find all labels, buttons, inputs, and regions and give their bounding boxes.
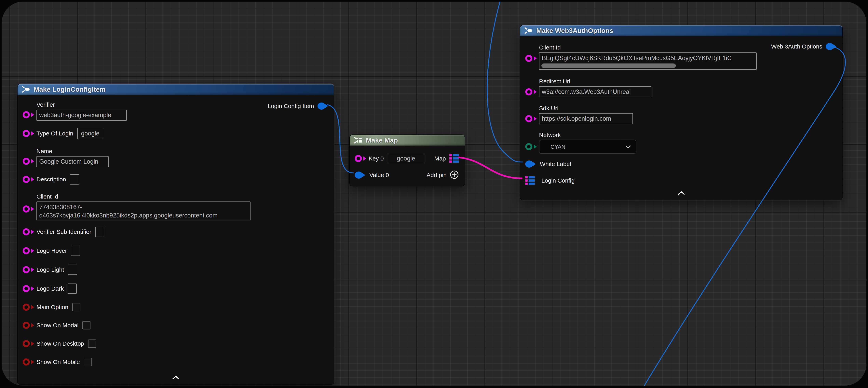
pin-label: Logo Hover [36, 247, 67, 254]
string-pin[interactable] [525, 115, 532, 122]
string-pin[interactable] [525, 55, 532, 62]
redirect-url-field[interactable]: w3a://com.w3a.Web3AuthUnreal [539, 86, 651, 97]
client-id-field[interactable]: 774338308167-q463s7kpvja16l4l0kko3nb925i… [36, 202, 250, 220]
pin-row-description: Description [23, 174, 79, 184]
make-struct-icon [22, 86, 31, 93]
node-make-map[interactable]: Make Map Key 0 google Map Value 0 Add pi… [349, 135, 465, 186]
node-make-loginconfigitem[interactable]: Make LoginConfigItem Login Config Item V… [17, 84, 335, 385]
name-field[interactable]: Google Custom Login [36, 156, 108, 167]
type-of-login-field[interactable]: google [77, 128, 103, 139]
object-pin[interactable] [525, 160, 533, 168]
show-on-mobile-checkbox[interactable] [84, 358, 92, 366]
string-pin[interactable] [23, 205, 30, 212]
bool-pin[interactable] [23, 358, 30, 365]
object-pin[interactable] [355, 172, 363, 179]
map-pin[interactable] [450, 154, 459, 163]
show-on-desktop-checkbox[interactable] [88, 339, 96, 348]
output-pin-label: Login Config Item [268, 103, 314, 110]
add-pin-button[interactable]: Add pin [427, 170, 459, 180]
pin-row-network: Network CYAN [525, 132, 637, 154]
string-pin[interactable] [23, 247, 30, 254]
node-header[interactable]: Make Map [350, 135, 465, 146]
node-title: Make LoginConfigItem [34, 86, 106, 93]
enum-pin[interactable] [525, 143, 532, 150]
pin-label: Verifier [36, 101, 127, 108]
pin-row-value0: Value 0 [355, 170, 389, 180]
output-pin-struct[interactable] [826, 43, 834, 50]
pin-row-key0: Key 0 google [355, 153, 424, 164]
bool-pin[interactable] [23, 304, 30, 311]
collapse-node-button[interactable] [173, 376, 179, 379]
pin-row-name: Name Google Custom Login [23, 148, 108, 167]
wire-map-to-login-config[interactable] [458, 157, 523, 178]
string-pin[interactable] [23, 130, 30, 137]
node-title: Make Map [366, 137, 398, 144]
verifier-sub-identifier-field[interactable] [95, 227, 104, 237]
node-make-web3authoptions[interactable]: Make Web3AuthOptions Web 3Auth Options C… [520, 25, 843, 200]
pin-label: Name [36, 148, 108, 155]
bool-pin[interactable] [23, 340, 30, 347]
pin-label: Value 0 [369, 172, 389, 178]
network-dropdown-value: CYAN [551, 144, 565, 150]
pin-label: Show On Desktop [36, 340, 84, 347]
pin-row-show-on-desktop: Show On Desktop [23, 339, 96, 348]
logo-dark-field[interactable] [68, 283, 77, 294]
add-pin-icon [450, 170, 459, 180]
key0-field[interactable]: google [388, 153, 424, 164]
client-id-field[interactable]: BEglQSgt4cUWcj6SKRdu5QkOXTsePmMcusG5EAoy… [539, 53, 757, 70]
make-struct-icon [524, 27, 533, 34]
logo-light-field[interactable] [68, 265, 77, 275]
network-dropdown[interactable]: CYAN [539, 140, 637, 154]
pin-row-type-of-login: Type Of Login google [23, 128, 103, 139]
map-pin[interactable] [525, 176, 535, 185]
make-map-icon [353, 137, 363, 144]
pin-label: Show On Modal [36, 322, 79, 329]
node-header[interactable]: Make LoginConfigItem [18, 84, 334, 95]
chevron-down-icon [625, 145, 631, 148]
graph-canvas[interactable]: Make LoginConfigItem Login Config Item V… [2, 2, 866, 386]
pin-row-redirect-url: Redirect Url w3a://com.w3a.Web3AuthUnrea… [525, 78, 651, 97]
description-field[interactable] [70, 174, 79, 184]
show-on-modal-checkbox[interactable] [82, 321, 90, 329]
output-row-map: Map [434, 153, 459, 164]
string-pin[interactable] [525, 88, 532, 95]
pin-label: Type Of Login [36, 130, 73, 137]
bool-pin[interactable] [23, 322, 30, 329]
string-pin[interactable] [23, 111, 30, 118]
wire-offscreen-to-white-label[interactable] [487, 2, 523, 162]
pin-label: Main Option [36, 304, 68, 310]
pin-label: Description [36, 176, 66, 183]
pin-label: Logo Dark [36, 285, 64, 292]
main-option-checkbox[interactable] [72, 303, 81, 311]
string-pin[interactable] [23, 285, 30, 292]
pin-row-main-option: Main Option [23, 302, 81, 312]
output-pin-label: Web 3Auth Options [771, 43, 822, 50]
string-pin[interactable] [23, 158, 30, 165]
string-pin[interactable] [23, 266, 30, 273]
pin-row-sdk-url: Sdk Url https://sdk.openlogin.com [525, 105, 633, 124]
node-header[interactable]: Make Web3AuthOptions [520, 25, 842, 36]
pin-row-logo-light: Logo Light [23, 265, 77, 275]
pin-label: Sdk Url [539, 105, 633, 112]
pin-row-client-id: Client Id 774338308167-q463s7kpvja16l4l0… [23, 193, 250, 220]
pin-label: Client Id [36, 193, 250, 200]
pin-label: Network [539, 132, 637, 139]
node-title: Make Web3AuthOptions [536, 27, 613, 34]
pin-label: Verifier Sub Identifier [36, 229, 91, 235]
pin-row-verifier: Verifier web3auth-google-example [23, 101, 127, 121]
add-pin-label: Add pin [427, 172, 446, 178]
pin-row-show-on-mobile: Show On Mobile [23, 357, 92, 367]
collapse-node-button[interactable] [678, 191, 685, 195]
string-pin[interactable] [355, 155, 362, 162]
output-pin-struct[interactable] [317, 102, 326, 110]
verifier-field[interactable]: web3auth-google-example [36, 110, 127, 121]
horizontal-scrollbar[interactable] [541, 63, 676, 68]
string-pin[interactable] [23, 228, 30, 235]
pin-label: White Label [540, 161, 571, 168]
pin-row-white-label: White Label [525, 159, 571, 169]
output-row-web3auth-options: Web 3Auth Options [771, 41, 836, 52]
sdk-url-field[interactable]: https://sdk.openlogin.com [539, 113, 633, 124]
logo-hover-field[interactable] [71, 246, 80, 256]
string-pin[interactable] [23, 176, 30, 183]
pin-label: Show On Mobile [36, 359, 80, 365]
